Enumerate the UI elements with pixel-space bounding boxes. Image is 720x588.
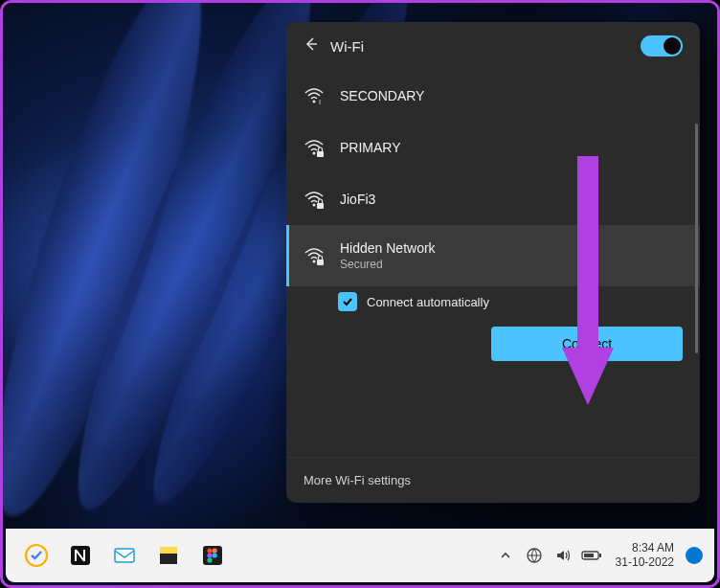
- svg-rect-6: [317, 203, 324, 209]
- taskbar-app-ticktick[interactable]: [17, 536, 56, 575]
- network-status: Secured: [340, 258, 436, 271]
- svg-rect-22: [599, 554, 601, 557]
- svg-point-0: [313, 101, 316, 103]
- svg-point-16: [213, 548, 217, 553]
- taskbar-date: 31-10-2022: [616, 555, 674, 570]
- taskbar-time: 8:34 AM: [616, 541, 674, 555]
- back-arrow-icon[interactable]: [304, 36, 319, 56]
- taskbar-app-figma[interactable]: [193, 536, 232, 575]
- network-item-hidden[interactable]: Hidden Network Secured: [286, 225, 700, 286]
- connect-button[interactable]: Connect: [491, 327, 683, 361]
- tray-language-icon[interactable]: [522, 536, 547, 575]
- wifi-secured-icon: [304, 245, 325, 266]
- svg-point-15: [207, 548, 212, 553]
- tray-overflow-chevron-icon[interactable]: [493, 536, 518, 575]
- tray-volume-icon[interactable]: [551, 536, 575, 575]
- svg-rect-13: [160, 547, 177, 554]
- more-wifi-settings-link[interactable]: More Wi-Fi settings: [286, 457, 700, 503]
- svg-point-18: [213, 553, 217, 557]
- svg-point-5: [313, 204, 316, 207]
- network-item-secondary[interactable]: i SECONDARY: [286, 70, 700, 122]
- network-name: Hidden Network: [340, 240, 436, 256]
- network-item-primary[interactable]: PRIMARY: [286, 122, 700, 173]
- tray-battery-icon[interactable]: [579, 536, 604, 575]
- wifi-toggle[interactable]: [641, 35, 683, 57]
- taskbar-app-mail[interactable]: [105, 536, 144, 575]
- svg-rect-23: [584, 554, 594, 557]
- svg-rect-4: [317, 151, 324, 157]
- network-name: PRIMARY: [340, 140, 401, 155]
- scrollbar[interactable]: [695, 124, 698, 353]
- svg-point-17: [207, 553, 212, 557]
- svg-rect-8: [317, 260, 324, 265]
- svg-point-19: [207, 557, 212, 562]
- wifi-secured-icon: [304, 137, 325, 158]
- network-name: SECONDARY: [340, 88, 424, 103]
- wifi-signal-icon: i: [304, 85, 325, 106]
- notification-badge[interactable]: [686, 547, 703, 564]
- taskbar: 8:34 AM 31-10-2022: [6, 529, 714, 582]
- panel-title: Wi-Fi: [330, 38, 629, 55]
- taskbar-clock[interactable]: 8:34 AM 31-10-2022: [608, 541, 682, 570]
- svg-point-7: [313, 260, 316, 263]
- wifi-quick-settings-panel: Wi-Fi i SECONDARY PRIMARY JioFi3: [286, 22, 700, 503]
- svg-point-3: [313, 152, 316, 155]
- auto-connect-row: Connect automatically: [286, 286, 700, 327]
- auto-connect-label: Connect automatically: [367, 295, 489, 309]
- network-name: JioFi3: [340, 192, 375, 207]
- svg-rect-11: [115, 549, 134, 562]
- network-item-jiofi3[interactable]: JioFi3: [286, 173, 700, 225]
- taskbar-app-notion[interactable]: [61, 536, 100, 575]
- taskbar-app-notes[interactable]: [149, 536, 188, 575]
- auto-connect-checkbox[interactable]: [338, 292, 357, 311]
- network-list: i SECONDARY PRIMARY JioFi3: [286, 70, 700, 457]
- wifi-secured-icon: [304, 189, 325, 210]
